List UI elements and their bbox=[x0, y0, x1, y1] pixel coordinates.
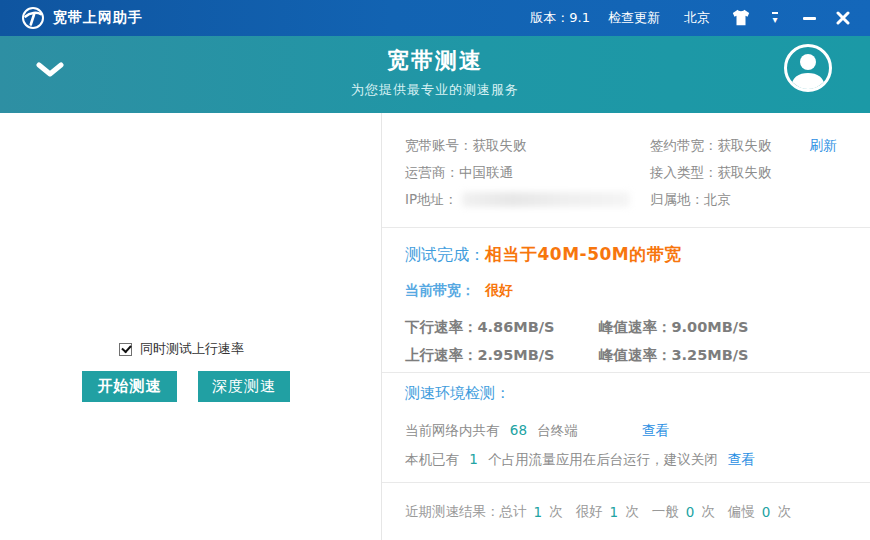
terminals-text: 当前网络内共有 68 台终端 bbox=[405, 422, 642, 440]
recent-results-section: 近期测速结果：总计 1 次 很好 1 次 一般 0 次 偏慢 0 次 bbox=[382, 483, 870, 521]
terminals-line: 当前网络内共有 68 台终端 查看 bbox=[405, 416, 850, 445]
app-title: 宽带上网助手 bbox=[53, 9, 143, 27]
environment-section: 测速环境检测： 当前网络内共有 68 台终端 查看 本机已有 1 个占用流量应用… bbox=[382, 373, 870, 483]
download-peak-cell: 峰值速率：9.00MB/S bbox=[599, 318, 749, 337]
apps-text: 本机已有 1 个占用流量应用在后台运行，建议关闭 bbox=[405, 451, 718, 469]
current-bandwidth-value: 很好 bbox=[485, 282, 513, 300]
caret-down-icon: ▾ bbox=[772, 12, 777, 25]
city-selector[interactable]: 北京 bbox=[684, 9, 710, 27]
contract-bandwidth-label: 签约带宽： bbox=[650, 137, 718, 155]
terminals-prefix: 当前网络内共有 bbox=[405, 422, 500, 438]
shirt-icon bbox=[731, 9, 751, 27]
start-test-button[interactable]: 开始测速 bbox=[82, 371, 177, 402]
minimize-icon bbox=[803, 17, 816, 20]
upload-peak-cell: 峰值速率：3.25MB/S bbox=[599, 346, 749, 365]
info-row-account: 宽带账号： 获取失败 签约带宽： 获取失败 刷新 bbox=[405, 132, 850, 159]
terminals-count: 68 bbox=[510, 422, 527, 438]
refresh-link[interactable]: 刷新 bbox=[810, 137, 837, 155]
info-row-isp: 运营商： 中国联通 接入类型： 获取失败 bbox=[405, 159, 850, 186]
close-icon bbox=[836, 11, 850, 25]
dropdown-menu-button[interactable]: ▾ bbox=[762, 6, 788, 30]
account-info-section: 宽带账号： 获取失败 签约带宽： 获取失败 刷新 运营商： 中国联通 bbox=[382, 113, 870, 228]
test-launch-panel: 同时测试上行速率 开始测速 深度测速 bbox=[0, 113, 381, 540]
apps-view-link[interactable]: 查看 bbox=[728, 451, 755, 469]
app-logo-icon bbox=[21, 6, 45, 30]
contract-bandwidth-value: 获取失败 bbox=[718, 137, 772, 155]
access-type-cell: 接入类型： 获取失败 bbox=[650, 164, 772, 182]
terminals-view-link[interactable]: 查看 bbox=[642, 422, 669, 440]
upload-test-checkbox[interactable] bbox=[119, 343, 132, 356]
isp-value: 中国联通 bbox=[459, 164, 513, 182]
titlebar: 宽带上网助手 版本：9.1 检查更新 北京 ▾ bbox=[0, 0, 870, 36]
apps-count: 1 bbox=[469, 451, 478, 467]
recent-good-label: 很好 bbox=[576, 503, 603, 521]
recent-slow-unit: 次 bbox=[777, 503, 791, 521]
header-center: 宽带测速 为您提供最专业的测速服务 bbox=[0, 46, 870, 99]
upload-peak-label: 峰值速率： bbox=[599, 347, 672, 363]
test-buttons-row: 开始测速 深度测速 bbox=[82, 371, 290, 402]
location-cell: 归属地： 北京 bbox=[650, 191, 731, 209]
upload-speed-cell: 上行速率：2.95MB/S bbox=[405, 346, 599, 365]
ip-value-redacted bbox=[462, 192, 630, 207]
recent-results-line: 近期测速结果：总计 1 次 很好 1 次 一般 0 次 偏慢 0 次 bbox=[405, 503, 850, 521]
access-type-value: 获取失败 bbox=[718, 164, 772, 182]
upload-speed-line: 上行速率：2.95MB/S 峰值速率：3.25MB/S bbox=[405, 341, 850, 369]
current-bandwidth-line: 当前带宽： 很好 bbox=[405, 282, 850, 300]
current-bandwidth-label: 当前带宽： bbox=[405, 282, 475, 300]
results-panel: 宽带账号： 获取失败 签约带宽： 获取失败 刷新 运营商： 中国联通 bbox=[382, 113, 870, 540]
upload-peak-value: 3.25MB/S bbox=[672, 347, 749, 363]
upload-test-option[interactable]: 同时测试上行速率 bbox=[119, 340, 244, 358]
recent-slow-label: 偏慢 bbox=[728, 503, 755, 521]
download-speed-label: 下行速率： bbox=[405, 319, 478, 335]
test-result-section: 测试完成： 相当于40M-50M的带宽 当前带宽： 很好 下行速率：4.86MB… bbox=[382, 228, 870, 373]
logo-wrap: 宽带上网助手 bbox=[21, 6, 143, 30]
recent-average-unit: 次 bbox=[701, 503, 715, 521]
isp-cell: 运营商： 中国联通 bbox=[405, 164, 650, 182]
contract-cell: 签约带宽： 获取失败 刷新 bbox=[650, 137, 837, 155]
download-peak-value: 9.00MB/S bbox=[672, 319, 749, 335]
download-speed-cell: 下行速率：4.86MB/S bbox=[405, 318, 599, 337]
upload-speed-label: 上行速率： bbox=[405, 347, 478, 363]
environment-title: 测速环境检测： bbox=[405, 384, 850, 403]
deep-test-button[interactable]: 深度测速 bbox=[198, 371, 290, 402]
recent-total-count: 1 bbox=[534, 504, 543, 520]
info-row-ip: IP地址： 归属地： 北京 bbox=[405, 186, 850, 213]
titlebar-right: 版本：9.1 检查更新 北京 ▾ bbox=[530, 6, 870, 30]
background-apps-line: 本机已有 1 个占用流量应用在后台运行，建议关闭 查看 bbox=[405, 445, 850, 474]
upload-speed-value: 2.95MB/S bbox=[478, 347, 555, 363]
apps-prefix: 本机已有 bbox=[405, 451, 459, 467]
page-title: 宽带测速 bbox=[0, 46, 870, 76]
location-label: 归属地： bbox=[650, 191, 704, 209]
user-avatar[interactable] bbox=[784, 44, 832, 92]
download-speed-value: 4.86MB/S bbox=[478, 319, 555, 335]
test-complete-label: 测试完成： bbox=[405, 245, 485, 266]
terminals-suffix: 台终端 bbox=[537, 422, 578, 438]
upload-test-checkbox-label: 同时测试上行速率 bbox=[140, 340, 244, 358]
check-update-link[interactable]: 检查更新 bbox=[608, 9, 660, 27]
test-complete-line: 测试完成： 相当于40M-50M的带宽 bbox=[405, 243, 850, 266]
skin-button[interactable] bbox=[728, 6, 754, 30]
test-complete-value: 相当于40M-50M的带宽 bbox=[485, 243, 682, 266]
version-label: 版本：9.1 bbox=[530, 9, 590, 27]
download-peak-label: 峰值速率： bbox=[599, 319, 672, 335]
access-type-label: 接入类型： bbox=[650, 164, 718, 182]
app-window: 宽带上网助手 版本：9.1 检查更新 北京 ▾ bbox=[0, 0, 870, 540]
avatar-person-icon bbox=[787, 49, 829, 89]
page-header: 宽带测速 为您提供最专业的测速服务 bbox=[0, 36, 870, 113]
ip-cell: IP地址： bbox=[405, 191, 650, 209]
apps-suffix: 个占用流量应用在后台运行，建议关闭 bbox=[488, 451, 718, 467]
recent-good-unit: 次 bbox=[625, 503, 639, 521]
content-area: 同时测试上行速率 开始测速 深度测速 宽带账号： 获取失败 签约带宽： 获取失败 bbox=[0, 113, 870, 540]
location-value: 北京 bbox=[704, 191, 731, 209]
account-cell: 宽带账号： 获取失败 bbox=[405, 137, 650, 155]
account-value: 获取失败 bbox=[473, 137, 527, 155]
recent-average-count: 0 bbox=[686, 504, 695, 520]
recent-slow-count: 0 bbox=[762, 504, 771, 520]
recent-label: 近期测速结果：总计 bbox=[405, 503, 527, 521]
minimize-button[interactable] bbox=[796, 6, 822, 30]
close-button[interactable] bbox=[830, 6, 856, 30]
recent-good-count: 1 bbox=[610, 504, 619, 520]
ip-label: IP地址： bbox=[405, 191, 458, 209]
recent-total-unit: 次 bbox=[549, 503, 563, 521]
recent-average-label: 一般 bbox=[652, 503, 679, 521]
